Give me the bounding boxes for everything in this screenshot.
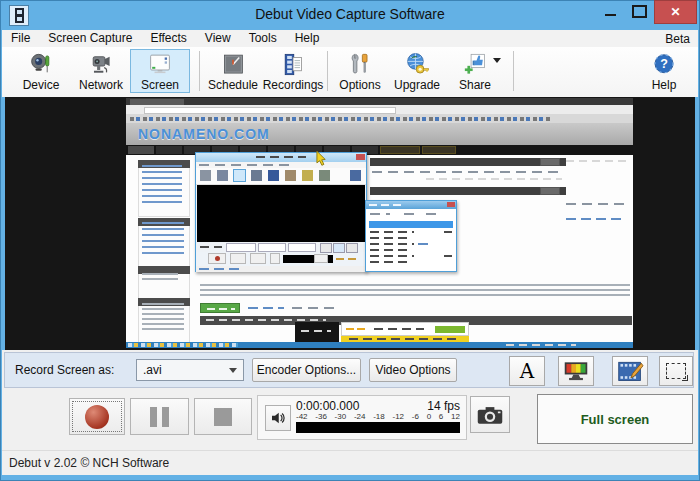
transport-panel: 0:00:00.000 14 fps -42-36 -30-24 -18-12 … [2, 390, 698, 450]
version-text: Debut v 2.02 © NCH Software [2, 456, 169, 470]
fps-readout: 14 fps [427, 399, 460, 413]
region-select-icon [666, 363, 686, 379]
capture-preview-area[interactable]: NONAMENO.COM [5, 97, 695, 350]
captured-screen-thumbnail: NONAMENO.COM [126, 98, 633, 348]
format-select[interactable]: .avi [136, 359, 244, 381]
browser-bookmarks-bar [126, 114, 633, 123]
taskbar-icons [128, 343, 238, 347]
record-as-strip: Record Screen as: .avi Encoder Options..… [4, 352, 694, 388]
thread-header-bar [370, 187, 566, 195]
mouse-cursor-icon [316, 150, 327, 167]
menu-screen-capture[interactable]: Screen Capture [39, 30, 141, 47]
windows-taskbar [126, 342, 633, 348]
debut-app-window: Debut Video Capture Software ✕ File Scre… [0, 0, 700, 481]
encoder-options-button[interactable]: Encoder Options... [252, 358, 361, 382]
title-bar[interactable]: Debut Video Capture Software ✕ [0, 0, 700, 30]
mini-preview-black [197, 185, 365, 242]
camera-icon [476, 404, 504, 426]
page-green-button [200, 303, 240, 313]
minimize-button[interactable] [596, 0, 625, 22]
video-options-button[interactable]: Video Options [369, 358, 457, 382]
share-thumbs-up-icon [460, 52, 490, 77]
text-overlay-icon: A [520, 361, 534, 381]
share-dropdown-arrow-icon[interactable] [493, 58, 501, 63]
sidebar-section [138, 266, 190, 299]
nested-dialog-window [365, 200, 457, 272]
ad-green-badge [435, 326, 465, 333]
video-effects-button[interactable] [612, 356, 648, 386]
recording-timer: 0:00:00.000 [296, 399, 359, 413]
record-icon [85, 405, 109, 429]
record-button[interactable] [69, 398, 125, 435]
snapshot-button[interactable] [470, 396, 510, 433]
schedule-clock-icon [218, 52, 248, 77]
menu-view[interactable]: View [196, 30, 240, 47]
pause-button[interactable] [130, 398, 189, 435]
maximize-icon [632, 5, 647, 18]
stop-icon [214, 408, 232, 426]
bookmark-icons [130, 117, 550, 121]
menu-effects[interactable]: Effects [141, 30, 195, 47]
browser-tab-bar [126, 98, 633, 105]
svg-text:?: ? [660, 57, 668, 71]
color-adjust-icon [562, 358, 590, 384]
site-header-banner: NONAMENO.COM [126, 123, 633, 145]
sidebar-section [138, 160, 190, 217]
toolbar-device[interactable]: Device [14, 49, 68, 93]
dialog-close-button [447, 202, 455, 207]
sidebar-section [138, 298, 190, 343]
mini-status-bar [196, 266, 366, 272]
stop-button[interactable] [194, 398, 252, 435]
toolbar: Device Network Screen [2, 47, 698, 97]
record-screen-as-label: Record Screen as: [15, 363, 114, 377]
dialog-title-bar [366, 201, 456, 209]
mini-title-bar [196, 153, 366, 162]
address-input [144, 107, 396, 114]
minimize-icon [605, 14, 616, 16]
meter-scale: -42-36 -30-24 -18-12 -60 612 [296, 412, 460, 421]
toolbar-separator [199, 51, 200, 91]
close-icon: ✕ [670, 5, 680, 19]
mini-format-row [196, 242, 366, 252]
nested-debut-window [195, 152, 367, 272]
reply-button [540, 187, 560, 195]
color-settings-button[interactable] [558, 356, 594, 386]
pause-icon [150, 407, 169, 427]
thread-header-bar [370, 158, 566, 166]
format-panel: Record Screen as: .avi Encoder Options..… [2, 350, 698, 390]
audio-meter-group: 0:00:00.000 14 fps -42-36 -30-24 -18-12 … [257, 395, 467, 440]
toolbar-screen[interactable]: Screen [130, 49, 190, 93]
screen-icon [145, 52, 175, 77]
reply-button [540, 158, 560, 166]
fullscreen-button[interactable]: Full screen [537, 394, 693, 444]
menu-help[interactable]: Help [286, 30, 329, 47]
toolbar-help[interactable]: ? Help [638, 49, 690, 93]
mini-toolbar [196, 168, 366, 185]
close-button[interactable]: ✕ [654, 0, 697, 24]
toolbar-separator [513, 51, 514, 91]
ad-banner [341, 322, 469, 336]
network-camera-icon [86, 52, 116, 77]
menu-tools[interactable]: Tools [240, 30, 286, 47]
toolbar-network[interactable]: Network [74, 49, 128, 93]
page-paragraph [200, 283, 630, 296]
mini-close-button [356, 154, 365, 160]
mini-transport-row [196, 252, 366, 266]
menu-file[interactable]: File [2, 30, 39, 47]
toolbar-upgrade[interactable]: Upgrade [389, 49, 445, 93]
maximize-button[interactable] [625, 0, 654, 22]
help-question-icon: ? [649, 52, 679, 77]
toolbar-recordings[interactable]: Recordings [261, 49, 325, 93]
toolbar-share[interactable]: Share [446, 49, 504, 93]
status-bar: Debut v 2.02 © NCH Software [2, 450, 698, 475]
ad-dark-box [295, 322, 339, 342]
mute-button[interactable] [265, 405, 291, 431]
chevron-down-icon [229, 368, 237, 373]
text-overlay-button[interactable]: A [509, 356, 545, 386]
toolbar-schedule[interactable]: Schedule [205, 49, 261, 93]
toolbar-options[interactable]: Options [333, 49, 387, 93]
toolbar-separator [327, 51, 328, 91]
select-region-button[interactable] [659, 356, 693, 386]
audio-level-meter [296, 422, 460, 433]
dialog-selected-row [369, 221, 453, 228]
